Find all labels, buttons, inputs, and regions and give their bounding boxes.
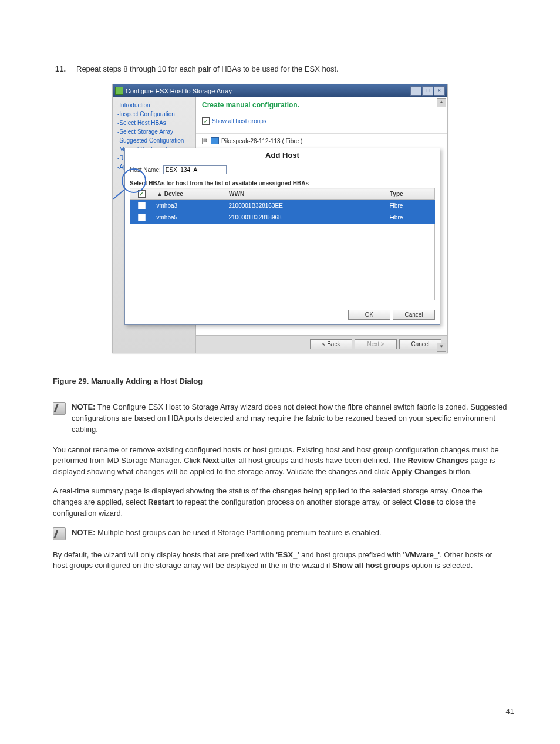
- row-checkbox[interactable]: ✓: [138, 214, 146, 221]
- nav-item[interactable]: -Select Host HBAs: [117, 119, 191, 127]
- scroll-down-icon[interactable]: ▼: [437, 343, 446, 352]
- col-wwn[interactable]: WWN: [225, 188, 386, 200]
- nav-item[interactable]: -Suggested Configuration: [117, 136, 191, 145]
- cell-device: vmhba3: [153, 200, 225, 212]
- wizard-heading: Create manual configuration.: [202, 101, 299, 109]
- note-lead: NOTE:: [72, 403, 97, 411]
- table-row[interactable]: ✓ vmhba5 2100001B32818968 Fibre: [130, 212, 435, 224]
- note-lead: NOTE:: [72, 528, 97, 537]
- dialog-title: Add Host: [125, 148, 440, 164]
- cell-type: Fibre: [386, 200, 435, 212]
- note-body: Multiple host groups can be used if Stor…: [97, 528, 381, 537]
- cell-device: vmhba5: [153, 212, 225, 224]
- host-group-icon: [211, 137, 219, 144]
- note-block: NOTE: The Configure ESX Host to Storage …: [53, 402, 507, 435]
- maximize-button[interactable]: □: [422, 86, 433, 96]
- nav-item[interactable]: -Select Storage Array: [117, 127, 191, 136]
- col-device[interactable]: ▲ Device: [153, 188, 225, 200]
- nav-item[interactable]: -Introduction: [117, 101, 191, 110]
- nav-item[interactable]: -Inspect Configuration: [117, 110, 191, 119]
- hba-table: ✓ ▲ Device WWN Type ✓ vmhba3 2100001B328…: [130, 188, 435, 224]
- tree-node-label[interactable]: Pikespeak-26-112-113 ( Fibre ): [221, 138, 302, 144]
- show-all-checkbox[interactable]: ✓: [202, 117, 210, 125]
- window-titlebar: Configure ESX Host to Storage Array _ □ …: [113, 84, 447, 97]
- back-button[interactable]: < Back: [310, 339, 352, 349]
- body-paragraph: You cannot rename or remove existing con…: [53, 445, 507, 478]
- step-text: Repeat steps 8 through 10 for each pair …: [76, 65, 339, 73]
- table-empty-area: [130, 224, 435, 300]
- window-title: Configure ESX Host to Storage Array: [126, 87, 232, 94]
- select-all-checkbox[interactable]: ✓: [138, 190, 146, 198]
- add-host-dialog: Add Host Host Name: Select HBAs for host…: [124, 148, 440, 325]
- row-checkbox[interactable]: ✓: [138, 202, 146, 209]
- note-body: The Configure ESX Host to Storage Array …: [72, 403, 507, 434]
- note-icon: [53, 402, 66, 415]
- scroll-up-icon[interactable]: ▲: [437, 98, 446, 107]
- cell-wwn: 2100001B328163EE: [225, 200, 386, 212]
- cell-type: Fibre: [386, 212, 435, 224]
- table-row[interactable]: ✓ vmhba3 2100001B328163EE Fibre: [130, 200, 435, 212]
- body-paragraph: A real-time summary page is displayed sh…: [53, 486, 507, 519]
- hostname-label: Host Name:: [130, 167, 161, 173]
- hostname-input[interactable]: [163, 165, 227, 174]
- cell-wwn: 2100001B32818968: [225, 212, 386, 224]
- dialog-instruction: Select HBAs for host from the list of av…: [130, 180, 435, 187]
- note-block: NOTE: Multiple host groups can be used i…: [53, 527, 507, 540]
- wizard-cancel-button[interactable]: Cancel: [399, 339, 441, 349]
- cancel-button[interactable]: Cancel: [393, 310, 435, 320]
- next-button[interactable]: Next >: [355, 339, 397, 349]
- tree-expander-icon[interactable]: ⊟: [202, 138, 208, 144]
- col-type[interactable]: Type: [386, 188, 435, 200]
- minimize-button[interactable]: _: [410, 86, 421, 96]
- figure-screenshot: Configure ESX Host to Storage Array _ □ …: [112, 84, 448, 353]
- body-paragraph: By default, the wizard will only display…: [53, 550, 507, 572]
- show-all-label: Show all host groups: [212, 118, 266, 124]
- note-icon: [53, 527, 66, 540]
- close-button[interactable]: ×: [434, 86, 445, 96]
- ok-button[interactable]: OK: [348, 310, 390, 320]
- app-icon: [115, 87, 123, 95]
- page-number: 41: [506, 707, 514, 716]
- step-number: 11.: [53, 65, 66, 73]
- figure-caption: Figure 29. Manually Adding a Host Dialog: [53, 377, 507, 385]
